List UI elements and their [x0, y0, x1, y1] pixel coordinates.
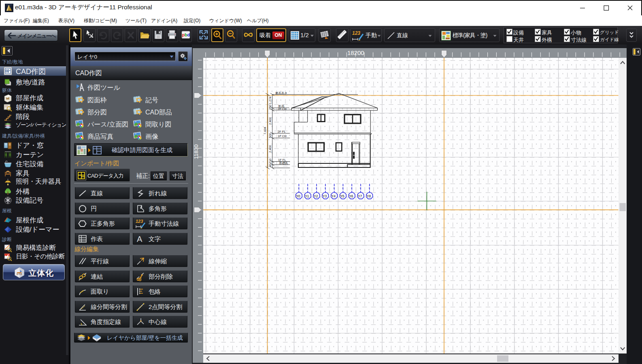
svg-text:Y4: Y4 [332, 194, 336, 198]
svg-text:Y1: Y1 [305, 194, 309, 198]
svg-text:123: 123 [136, 219, 143, 224]
svg-text:A: A [137, 235, 142, 243]
svg-text:Y8: Y8 [367, 194, 371, 198]
svg-text:2F FL: 2F FL [278, 130, 286, 133]
svg-text:250: 250 [268, 104, 272, 110]
svg-text:2F CH: 2F CH [278, 107, 287, 110]
svg-text:1,274: 1,274 [268, 96, 272, 104]
svg-text:Y2: Y2 [314, 194, 318, 198]
svg-text:18200: 18200 [347, 49, 364, 56]
svg-text:Y7: Y7 [358, 194, 362, 198]
svg-text:Y3: Y3 [323, 194, 327, 198]
svg-text:基礎高: 基礎高 [279, 161, 288, 165]
svg-text:Y0: Y0 [296, 194, 300, 198]
svg-text:11830: 11830 [193, 144, 199, 159]
svg-text:7,434: 7,434 [263, 127, 267, 134]
svg-text:Y5: Y5 [340, 194, 344, 198]
svg-text:123: 123 [352, 30, 360, 36]
svg-text:40: 40 [268, 164, 272, 167]
svg-text:500: 500 [268, 133, 272, 138]
svg-text:Y6: Y6 [349, 194, 353, 198]
svg-text:2,400: 2,400 [268, 145, 272, 152]
svg-text:1F CH: 1F CH [278, 134, 287, 138]
svg-text:d: d [187, 32, 190, 37]
svg-text:2,400: 2,400 [268, 117, 272, 125]
svg-text:210: 210 [268, 158, 272, 163]
svg-text:最高高さ: 最高高さ [275, 91, 287, 95]
